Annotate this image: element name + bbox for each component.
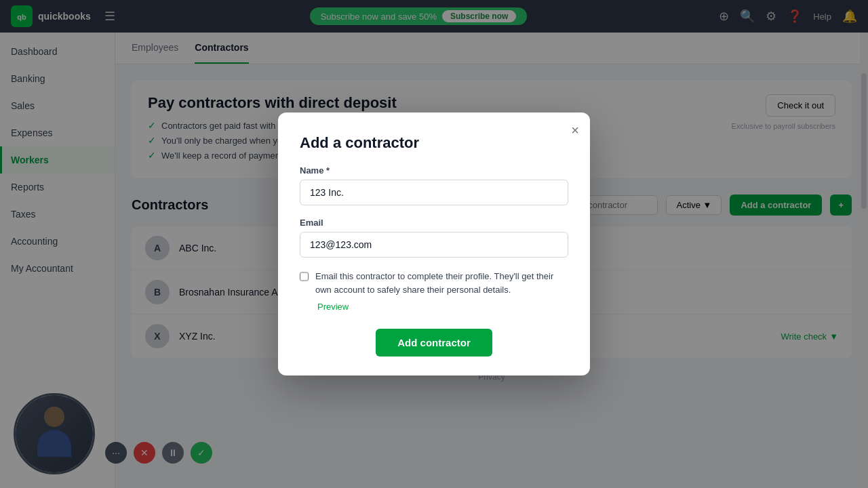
name-form-group: Name * <box>300 165 568 205</box>
modal-add-contractor: × Add a contractor Name * Email Email th… <box>278 113 590 375</box>
email-label: Email <box>300 218 568 228</box>
modal-close-button[interactable]: × <box>571 123 579 137</box>
email-contractor-checkbox[interactable] <box>300 271 309 282</box>
name-input[interactable] <box>300 180 568 205</box>
modal-footer: Add contractor <box>300 329 568 357</box>
modal-title: Add a contractor <box>300 134 568 152</box>
modal-overlay: × Add a contractor Name * Email Email th… <box>0 0 868 488</box>
email-form-group: Email <box>300 218 568 258</box>
checkbox-label: Email this contractor to complete their … <box>315 270 568 296</box>
name-required: * <box>326 165 330 176</box>
checkbox-container: Email this contractor to complete their … <box>300 270 568 296</box>
email-input[interactable] <box>300 232 568 258</box>
name-label: Name * <box>300 165 568 176</box>
email-checkbox-group: Email this contractor to complete their … <box>300 270 568 312</box>
preview-link[interactable]: Preview <box>317 302 349 312</box>
modal-add-contractor-button[interactable]: Add contractor <box>376 329 492 357</box>
